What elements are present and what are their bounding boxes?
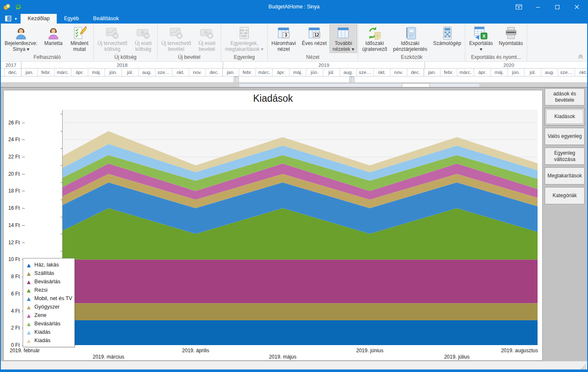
chart-minus-icon [105, 26, 119, 40]
ribbon-button-periodic-replanner[interactable]: Időszakiújratervező [359, 24, 390, 53]
y-axis-minor-tick [61, 165, 63, 166]
timeline-month-2019-júl.[interactable]: júl. [323, 69, 340, 77]
timeline-month-2018-jan.[interactable]: jan. [21, 69, 38, 77]
timeline-month-2020-okt.[interactable]: okt. [575, 69, 587, 77]
ribbon-button-new-onetime-expense: Új esetiköltség [130, 24, 156, 53]
view-button-3[interactable]: Valós egyenleg [545, 128, 585, 145]
ribbon-button-label: Háromhavinézet [272, 40, 296, 52]
timeline-month-2019-dec.[interactable]: dec. [407, 69, 424, 77]
timeline-year-2020[interactable]: 2020 [425, 62, 587, 69]
timeline-month-2018-okt.[interactable]: okt. [172, 69, 189, 77]
legend-marker-icon: ▲ [26, 295, 32, 302]
y-axis-label: 8 Ft [5, 274, 20, 280]
chart-title: Kiadások [4, 93, 542, 104]
ribbon-button-print[interactable]: Nyomtatás [496, 24, 526, 53]
ribbon-button-user-marietta[interactable]: Marietta [40, 24, 66, 53]
resize-grip[interactable] [581, 364, 586, 369]
timeline-month-2020-jún.[interactable]: jún. [508, 69, 525, 77]
view-button-6[interactable]: Kategóriák [545, 187, 585, 204]
ribbon-button-more-views[interactable]: Továbbinézetek ▾ [330, 24, 357, 53]
timeline-month-2020-sze…[interactable]: sze… [558, 69, 575, 77]
ribbon-button-three-month-view[interactable]: 3Háromhavinézet [269, 24, 299, 53]
legend-label: Bevásárlás [34, 279, 61, 285]
timeline-month-2018-sze…[interactable]: sze… [156, 69, 172, 77]
timeline-month-2019-máj.[interactable]: máj. [290, 69, 306, 77]
timeline-month-2019-jún.[interactable]: jún. [306, 69, 323, 77]
range-end-handle[interactable] [349, 77, 354, 83]
timeline-year-2017[interactable]: 2017 [1, 62, 21, 69]
timeline-month-2019-okt.[interactable]: okt. [374, 69, 390, 77]
timeline-range-slider [1, 77, 587, 82]
timeline-month-2020-júl.[interactable]: júl. [525, 69, 541, 77]
view-button-2[interactable]: Kiadások [545, 108, 585, 125]
legend-marker-icon: ▲ [26, 304, 32, 310]
view-button-4[interactable]: Egyenleg változása [545, 148, 585, 165]
timeline-month-2020-márc.[interactable]: márc. [457, 69, 474, 77]
minimize-button[interactable] [528, 0, 548, 14]
timeline-month-2020-máj.[interactable]: máj. [491, 69, 508, 77]
window-title: BudgetAtHome : Sinya [0, 4, 588, 10]
ribbon-button-label: Exportálás▾ [469, 40, 493, 52]
ribbon-button-new-planned-income: Új tervezhetőbevétel [158, 24, 194, 53]
timeline-month-2019-jan.[interactable]: jan. [222, 69, 239, 77]
chart-plus-icon [169, 26, 183, 40]
timeline-month-2018-ápr.[interactable]: ápr. [71, 69, 88, 77]
ribbon-group: 3Háromhavinézet12Éves nézetTovábbinézete… [268, 24, 359, 61]
view-button-5[interactable]: Megtakarítások [545, 167, 585, 185]
timeline-year-2018[interactable]: 2018 [21, 62, 223, 69]
timeline-month-2018-jún.[interactable]: jún. [105, 69, 122, 77]
ribbon-button-export[interactable]: XExportálás▾ [466, 24, 496, 53]
timeline-month-2018-dec.[interactable]: dec. [206, 69, 223, 77]
range-start-handle[interactable] [234, 77, 239, 83]
y-axis-minor-tick [61, 131, 63, 132]
ribbon-button-calculator[interactable]: Számológép [430, 24, 464, 53]
y-axis-minor-tick [61, 148, 63, 149]
tab-kezdolap[interactable]: Kezdőlap [21, 14, 57, 24]
timeline-month-2019-febr.[interactable]: febr. [239, 69, 256, 77]
ribbon-button-label: Marietta [44, 40, 62, 46]
legend-item: ▲Rezsi [26, 286, 72, 294]
printer-icon [504, 26, 518, 40]
timeline-month-2018-márc.[interactable]: márc. [55, 69, 71, 77]
ribbon-group-label: Új bevétel [158, 53, 220, 62]
ribbon-button-yearly-view[interactable]: 12Éves nézet [299, 24, 330, 53]
tab-beallitasok[interactable]: Beállítások [86, 14, 126, 24]
main-area: Kiadások 0 Ft2 Ft4 Ft6 Ft8 Ft10 Ft12 Ft1… [1, 87, 587, 361]
maximize-button[interactable] [548, 0, 567, 14]
y-axis-minor-tick [61, 217, 63, 217]
y-axis-tick [22, 140, 25, 140]
timeline-month-2019-ápr.[interactable]: ápr. [273, 69, 290, 77]
timeline-month-2020-ápr.[interactable]: ápr. [474, 69, 491, 77]
timeline-month-2018-máj.[interactable]: máj. [88, 69, 105, 77]
tab-egyeb[interactable]: Egyéb [57, 14, 86, 24]
timeline-month-2019-márc.[interactable]: márc. [256, 69, 273, 77]
y-axis-tick [22, 174, 25, 174]
ribbon-button-periodic-cash-report[interactable]: Időszakipénztárjelentés [390, 24, 430, 53]
timeline-year-2019[interactable]: 2019 [223, 62, 425, 69]
collapse-ribbon-button[interactable] [577, 53, 584, 59]
timeline-month-2018-nov.[interactable]: nov. [189, 69, 206, 77]
y-axis-minor-tick [61, 234, 63, 234]
ribbon-button-label: Egyenlegek,megtakarítások ▾ [225, 40, 263, 52]
pin-ribbon-button[interactable] [509, 0, 528, 14]
ribbon-button-logged-in-user[interactable]: Bejelentkezve:Sinya ▾ [2, 24, 40, 53]
timeline-month-2017-dec.[interactable]: dec. [5, 69, 21, 77]
timeline-month-2020-febr.[interactable]: febr. [440, 69, 457, 77]
timeline-month-2017-clip[interactable] [1, 69, 5, 77]
ribbon-button-show-all[interactable]: Mindentmutat [66, 24, 92, 53]
area-series-3 [63, 208, 538, 259]
timeline-month-2018-aug.[interactable]: aug. [139, 69, 156, 77]
timeline-month-2019-aug.[interactable]: aug. [340, 69, 357, 77]
close-button[interactable] [567, 0, 586, 14]
timeline-month-2019-sze…[interactable]: sze… [357, 69, 374, 77]
view-button-1[interactable]: adások és bevétele [545, 88, 585, 106]
y-axis-label: 20 Ft [5, 171, 20, 177]
window-controls [509, 0, 586, 14]
timeline-month-2018-júl.[interactable]: júl. [122, 69, 139, 77]
timeline-month-2020-aug.[interactable]: aug. [541, 69, 558, 77]
legend-marker-icon: ▲ [26, 312, 32, 319]
app-menu-button[interactable]: ▾ [0, 14, 21, 24]
timeline-month-2020-jan.[interactable]: jan. [424, 69, 440, 77]
timeline-month-2019-nov.[interactable]: nov. [390, 69, 407, 77]
timeline-month-2018-febr.[interactable]: febr. [38, 69, 55, 77]
